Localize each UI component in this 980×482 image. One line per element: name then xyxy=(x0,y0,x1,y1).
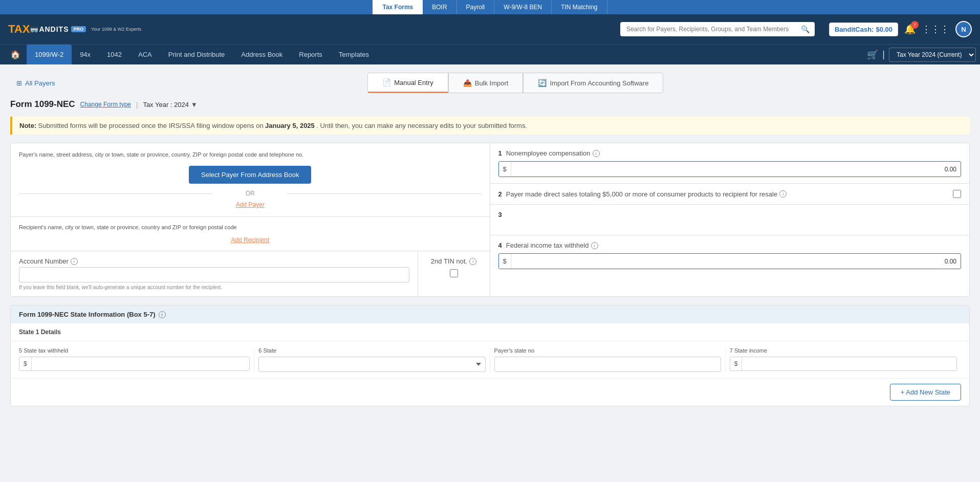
topnav-tin-matching[interactable]: TIN Matching xyxy=(552,0,607,14)
cart-icon[interactable]: 🛒 xyxy=(867,49,878,60)
box4-info-icon[interactable]: i xyxy=(591,242,598,249)
tab-bulk-import[interactable]: 📤 Bulk Import xyxy=(448,73,524,93)
tab-bulk-import-label: Bulk Import xyxy=(475,79,509,87)
box2-text: 2 Payer made direct sales totaling $5,00… xyxy=(498,190,949,198)
account-hint: If you leave this field blank, we'll aut… xyxy=(19,284,409,290)
box4-section: 4 Federal income tax withheld i $ xyxy=(490,235,970,275)
payers-state-no-input[interactable] xyxy=(494,357,721,372)
tin-col: 2nd TIN not. i xyxy=(418,251,490,296)
search-input[interactable] xyxy=(620,22,815,36)
title-separator: | xyxy=(136,101,138,108)
change-form-type-link[interactable]: Change Form type xyxy=(80,101,131,108)
nav-1042[interactable]: 1042 xyxy=(99,45,130,64)
topnav-w9[interactable]: W-9/W-8 BEN xyxy=(494,0,552,14)
bandit-cash-button[interactable]: BanditCash: $0.00 xyxy=(829,23,898,36)
state-box5-field: 5 State tax withheld $ xyxy=(19,347,254,372)
all-payers-button[interactable]: ⊞ All Payers xyxy=(10,75,61,91)
select-payer-button[interactable]: Select Payer From Address Book xyxy=(189,166,311,184)
state-box6-field: 6 State xyxy=(254,347,490,372)
state-section-header: Form 1099-NEC State Information (Box 5-7… xyxy=(11,305,969,323)
state-box7-input[interactable] xyxy=(742,357,956,370)
nav-print-distribute[interactable]: Print and Distribute xyxy=(160,45,233,64)
tabs-container: 📄 Manual Entry 📤 Bulk Import 🔄 Import Fr… xyxy=(61,73,970,93)
add-payer-link[interactable]: Add Payer xyxy=(19,201,482,208)
tab-import-accounting-label: Import From Accounting Software xyxy=(550,79,648,87)
all-payers-label: All Payers xyxy=(25,79,55,87)
grid-icon: ⊞ xyxy=(16,79,22,87)
account-col: Account Number i If you leave this field… xyxy=(11,251,418,296)
home-button[interactable]: 🏠 xyxy=(4,45,27,64)
add-recipient-link[interactable]: Add Recipient xyxy=(19,236,482,244)
manual-entry-icon: 📄 xyxy=(382,78,391,86)
state-box7-field: 7 State income $ xyxy=(726,347,961,372)
box2-row: 2 Payer made direct sales totaling $5,00… xyxy=(498,190,962,198)
tin-not-label: 2nd TIN not. i xyxy=(426,257,482,265)
topnav-payroll[interactable]: Payroll xyxy=(457,0,495,14)
tax-year-selector[interactable]: Tax Year 2024 (Current) xyxy=(889,48,976,62)
state-box7-label: 7 State income xyxy=(730,347,957,354)
nav-94x[interactable]: 94x xyxy=(72,45,99,64)
header: TAX 🥽ANDITS PRO Your 1099 & W2 Experts 🔍… xyxy=(0,14,980,44)
bandit-cash-value: $0.00 xyxy=(876,26,892,33)
state-box5-input[interactable] xyxy=(32,357,250,370)
tax-year-text: Tax Year : 2024 xyxy=(143,101,189,108)
nav-address-book[interactable]: Address Book xyxy=(233,45,291,64)
box4-input[interactable] xyxy=(511,254,961,269)
bandit-cash-label: BanditCash: xyxy=(835,26,874,33)
note-banner: Note: Submitted forms will be processed … xyxy=(10,117,970,135)
apps-grid[interactable]: ⋮⋮⋮ xyxy=(922,24,949,35)
notification-count: 7 xyxy=(911,21,919,29)
account-info-icon[interactable]: i xyxy=(71,258,78,265)
state-box6-select[interactable] xyxy=(258,357,485,372)
box2-checkbox[interactable] xyxy=(953,190,961,198)
tab-manual-entry[interactable]: 📄 Manual Entry xyxy=(367,73,448,93)
top-nav: Tax Forms BOIR Payroll W-9/W-8 BEN TIN M… xyxy=(0,0,980,14)
state-details-header: State 1 Details xyxy=(11,323,969,341)
avatar[interactable]: N xyxy=(955,21,972,37)
topnav-tax-forms[interactable]: Tax Forms xyxy=(373,0,423,14)
box1-dollar-sign: $ xyxy=(499,162,511,177)
note-prefix: Note: xyxy=(19,122,36,129)
nav-templates[interactable]: Templates xyxy=(331,45,377,64)
recipient-section: Recipient's name, city or town, state or… xyxy=(11,217,490,251)
form-header-row: ⊞ All Payers 📄 Manual Entry 📤 Bulk Impor… xyxy=(10,73,970,93)
tab-manual-entry-label: Manual Entry xyxy=(394,79,433,86)
form-left-column: Payer's name, street address, city or to… xyxy=(11,143,490,296)
note-date: January 5, 2025 xyxy=(265,122,315,129)
state-box7-input-wrapper: $ xyxy=(730,357,957,371)
state-section: Form 1099-NEC State Information (Box 5-7… xyxy=(10,305,970,406)
bulk-import-icon: 📤 xyxy=(463,79,472,87)
search-area: 🔍 xyxy=(620,22,815,36)
box2-info-icon[interactable]: i xyxy=(779,190,787,198)
recipient-label: Recipient's name, city or town, state or… xyxy=(19,224,482,230)
box4-number: 4 xyxy=(498,242,502,249)
box1-section: 1 Nonemployee compensation i $ xyxy=(490,143,970,184)
account-tin-row: Account Number i If you leave this field… xyxy=(11,251,490,296)
box1-input[interactable] xyxy=(511,162,961,177)
box1-info-icon[interactable]: i xyxy=(593,150,600,157)
payers-state-no-label: Payer's state no xyxy=(494,347,721,354)
state-section-info-icon[interactable]: i xyxy=(159,311,166,318)
dropdown-arrow-icon: ▼ xyxy=(191,101,198,108)
nav-divider: | xyxy=(882,49,885,60)
notification-bell[interactable]: 🔔 7 xyxy=(904,24,916,35)
add-state-row: + Add New State xyxy=(11,379,969,406)
account-number-label: Account Number i xyxy=(19,257,409,265)
note-end: . Until then, you can make any necessary… xyxy=(316,122,527,129)
topnav-boir[interactable]: BOIR xyxy=(423,0,456,14)
tin-info-icon[interactable]: i xyxy=(469,258,476,265)
nav-reports[interactable]: Reports xyxy=(291,45,331,64)
tab-import-accounting[interactable]: 🔄 Import From Accounting Software xyxy=(523,73,663,93)
nav-aca[interactable]: ACA xyxy=(130,45,160,64)
state-box5-label: 5 State tax withheld xyxy=(19,347,250,354)
add-new-state-button[interactable]: + Add New State xyxy=(890,384,961,401)
account-number-input[interactable] xyxy=(19,267,409,282)
box4-label: Federal income tax withheld xyxy=(506,242,589,249)
tax-year-inline[interactable]: Tax Year : 2024 ▼ xyxy=(143,101,198,108)
box3-number: 3 xyxy=(498,211,502,218)
pro-badge: PRO xyxy=(71,26,86,32)
nav-1099-w2[interactable]: 1099/W-2 xyxy=(27,45,72,64)
logo: TAX 🥽ANDITS xyxy=(8,23,69,36)
tin-not-checkbox[interactable] xyxy=(450,269,458,277)
payers-state-no-field: Payer's state no xyxy=(490,347,726,372)
